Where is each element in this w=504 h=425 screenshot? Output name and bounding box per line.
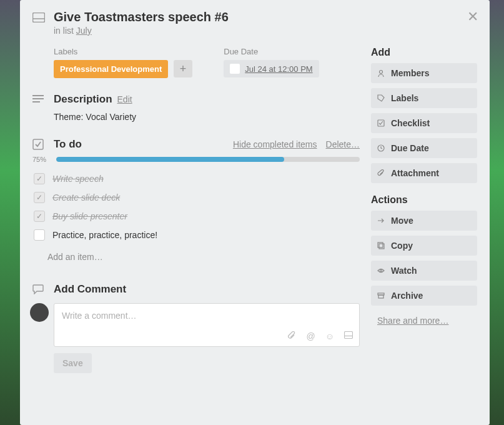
list-link[interactable]: July — [76, 26, 92, 36]
due-date-button[interactable]: Due Date — [371, 138, 477, 158]
move-button[interactable]: Move — [371, 211, 477, 231]
due-date-box[interactable]: Jul 24 at 12:00 PM — [224, 60, 319, 78]
share-and-more-link[interactable]: Share and more… — [371, 316, 477, 326]
checklist-label: Checklist — [391, 118, 430, 128]
checkbox-unchecked-icon[interactable] — [34, 229, 45, 241]
svg-rect-6 — [345, 332, 353, 339]
add-comment-heading: Add Comment — [54, 283, 126, 296]
progress-bar — [56, 157, 360, 162]
checklist-item-text[interactable]: Practice, practice, practice! — [52, 230, 157, 240]
due-date-label: Due Date — [391, 143, 429, 153]
attachment-label: Attachment — [391, 168, 439, 178]
comment-placeholder: Write a comment… — [62, 311, 137, 321]
move-label: Move — [391, 216, 413, 226]
edit-description-link[interactable]: Edit — [117, 94, 132, 104]
arrow-right-icon — [377, 217, 386, 224]
card-link-icon[interactable] — [344, 331, 353, 341]
actions-heading: Actions — [371, 194, 477, 206]
svg-rect-15 — [378, 295, 383, 298]
checklist-sidebar-icon — [377, 119, 386, 127]
checklist-title[interactable]: To do — [54, 138, 82, 151]
attachment-button[interactable]: Attachment — [371, 163, 477, 183]
copy-label: Copy — [391, 241, 413, 251]
checkbox-checked-icon[interactable] — [34, 173, 45, 184]
svg-rect-11 — [378, 242, 383, 248]
checklist-item-text[interactable]: Buy slide presenter — [52, 211, 127, 221]
archive-label: Archive — [391, 291, 423, 301]
labels-block: Labels Professional Development + — [54, 47, 192, 78]
checklist-item[interactable]: Write speech — [32, 169, 360, 188]
checklist-item[interactable]: Create slide deck — [32, 188, 360, 207]
comment-input[interactable]: Write a comment… @ ☺ — [54, 303, 360, 347]
clock-icon — [377, 144, 386, 152]
description-body[interactable]: Theme: Vocal Variety — [54, 112, 360, 122]
svg-rect-5 — [33, 139, 43, 149]
add-label-button[interactable]: + — [174, 60, 193, 78]
label-pill[interactable]: Professional Development — [54, 60, 168, 78]
svg-point-8 — [380, 71, 383, 74]
description-heading: Description — [54, 93, 112, 106]
members-button[interactable]: Members — [371, 63, 477, 83]
svg-rect-0 — [33, 13, 45, 22]
watch-button[interactable]: Watch — [371, 261, 477, 281]
members-label: Members — [391, 68, 429, 78]
labels-heading: Labels — [54, 47, 192, 56]
due-date-value[interactable]: Jul 24 at 12:00 PM — [245, 64, 312, 74]
eye-icon — [377, 267, 386, 274]
add-heading: Add — [371, 47, 477, 58]
add-checklist-item[interactable]: Add an item… — [47, 248, 360, 266]
checklist-item[interactable]: Buy slide presenter — [32, 207, 360, 226]
svg-point-13 — [380, 270, 382, 272]
archive-icon — [377, 292, 386, 299]
watch-label: Watch — [391, 266, 417, 276]
description-icon — [32, 95, 47, 104]
in-list-prefix: in list — [54, 26, 76, 36]
save-button[interactable]: Save — [54, 353, 92, 373]
labels-label: Labels — [391, 93, 418, 103]
card-title[interactable]: Give Toastmasters speech #6 — [54, 10, 229, 24]
checkbox-checked-icon[interactable] — [34, 192, 45, 203]
progress-bar-fill — [56, 157, 284, 162]
emoji-icon[interactable]: ☺ — [325, 331, 334, 341]
card-icon — [32, 12, 47, 22]
checkbox-checked-icon[interactable] — [34, 211, 45, 222]
due-date-heading: Due Date — [224, 47, 319, 56]
hide-completed-link[interactable]: Hide completed items — [233, 139, 317, 149]
archive-button[interactable]: Archive — [371, 286, 477, 306]
comment-icon — [32, 284, 47, 294]
due-date-block: Due Date Jul 24 at 12:00 PM — [224, 47, 319, 78]
labels-icon — [377, 94, 386, 102]
copy-icon — [377, 242, 386, 249]
checklist-button[interactable]: Checklist — [371, 113, 477, 133]
copy-button[interactable]: Copy — [371, 236, 477, 256]
in-list-line: in list July — [54, 26, 477, 36]
checklist-item-text[interactable]: Write speech — [52, 174, 104, 184]
avatar[interactable] — [30, 303, 49, 322]
due-date-checkbox[interactable] — [230, 64, 240, 74]
card-modal: ✕ Give Toastmasters speech #6 in list Ju… — [20, 0, 490, 425]
checklist-item-text[interactable]: Create slide deck — [52, 192, 120, 202]
checklist-icon — [32, 139, 47, 150]
delete-checklist-link[interactable]: Delete… — [326, 139, 360, 149]
checklist-item[interactable]: Practice, practice, practice! — [32, 226, 360, 244]
mention-icon[interactable]: @ — [306, 331, 315, 341]
members-icon — [377, 69, 386, 77]
svg-rect-12 — [379, 244, 384, 249]
progress-percent: 75% — [32, 156, 51, 163]
close-icon[interactable]: ✕ — [467, 9, 478, 25]
labels-button[interactable]: Labels — [371, 88, 477, 108]
attachment-icon[interactable] — [287, 331, 296, 341]
attachment-sidebar-icon — [377, 169, 386, 177]
